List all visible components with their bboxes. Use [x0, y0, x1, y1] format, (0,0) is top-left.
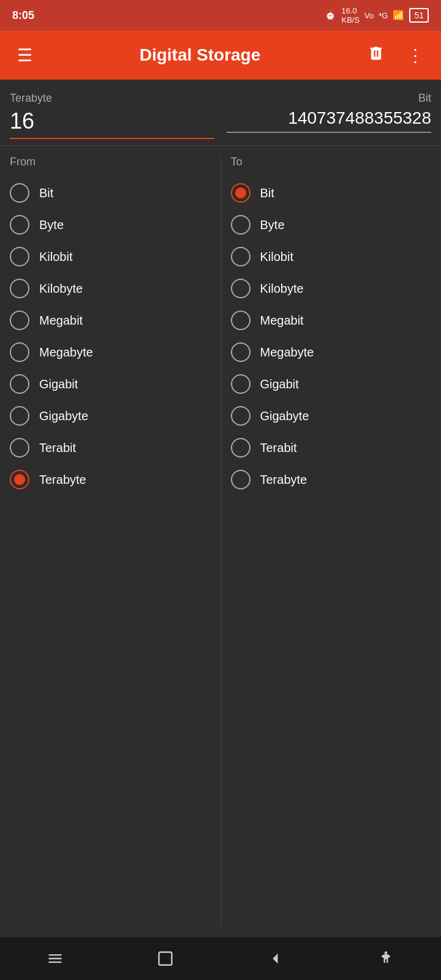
speed-indicator: 16.0KB/S	[341, 6, 360, 24]
network-vo-icon: Vo	[364, 11, 374, 20]
radio-label-gigabit: Gigabit	[260, 377, 299, 391]
app-bar: ☰ Digital Storage ⋮	[0, 31, 441, 80]
nav-bar	[0, 937, 441, 980]
radio-label-bit: Bit	[39, 186, 53, 200]
radio-label-kilobyte: Kilobyte	[39, 282, 83, 296]
radio-label-kilobit: Kilobit	[39, 250, 72, 264]
to-radio-group: BitByteKilobitKilobyteMegabitMegabyteGig…	[231, 177, 432, 496]
radio-item[interactable]: Kilobit	[10, 241, 211, 273]
status-bar: 8:05 ⏰ 16.0KB/S Vo ⁴G 📶 51	[0, 0, 441, 31]
to-value-input	[227, 108, 431, 133]
alarm-icon: ⏰	[325, 10, 336, 21]
from-unit-label: Terabyte	[10, 92, 214, 105]
radio-circle-kilobit	[231, 247, 251, 266]
nav-back-icon[interactable]	[257, 940, 294, 977]
radio-label-terabit: Terabit	[39, 441, 76, 455]
network-4g-icon: ⁴G	[379, 11, 388, 20]
radio-circle-terabit	[10, 438, 29, 458]
converter-section: Terabyte Bit	[0, 80, 441, 146]
battery-icon: 51	[409, 8, 429, 23]
radio-item[interactable]: Gigabit	[231, 368, 432, 400]
radio-circle-byte	[231, 215, 251, 235]
radio-item[interactable]: Kilobit	[231, 241, 432, 273]
from-input-col: Terabyte	[10, 92, 214, 139]
radio-circle-kilobit	[10, 247, 29, 266]
nav-accessibility-icon[interactable]	[368, 940, 404, 977]
radio-circle-kilobyte	[231, 279, 251, 298]
radio-label-terabyte: Terabyte	[260, 473, 307, 487]
radio-label-megabit: Megabit	[260, 314, 304, 328]
radio-label-terabit: Terabit	[260, 441, 297, 455]
to-col: To BitByteKilobitKilobyteMegabitMegabyte…	[221, 146, 442, 937]
app-title: Digital Storage	[50, 45, 350, 65]
from-radio-group: BitByteKilobitKilobyteMegabitMegabyteGig…	[10, 177, 211, 496]
from-to-section: From BitByteKilobitKilobyteMegabitMegaby…	[0, 146, 441, 937]
radio-label-gigabit: Gigabit	[39, 377, 78, 391]
radio-item[interactable]: Megabyte	[10, 336, 211, 368]
menu-icon[interactable]: ☰	[12, 40, 37, 70]
radio-label-terabyte: Terabyte	[39, 473, 86, 487]
status-time: 8:05	[12, 9, 34, 22]
to-label: To	[231, 156, 432, 168]
radio-label-megabyte: Megabyte	[39, 345, 93, 360]
svg-point-1	[385, 951, 388, 954]
radio-label-bit: Bit	[260, 186, 274, 200]
radio-label-megabyte: Megabyte	[260, 345, 314, 360]
radio-label-kilobit: Kilobit	[260, 250, 293, 264]
radio-circle-terabit	[231, 438, 251, 458]
radio-circle-megabit	[231, 311, 251, 330]
radio-circle-gigabyte	[231, 406, 251, 426]
more-icon[interactable]: ⋮	[402, 40, 429, 70]
radio-circle-bit	[10, 183, 29, 203]
delete-icon[interactable]	[363, 40, 390, 71]
from-value-input[interactable]	[10, 108, 214, 139]
radio-label-gigabyte: Gigabyte	[260, 409, 309, 423]
radio-circle-terabyte	[231, 470, 251, 489]
radio-item[interactable]: Megabit	[10, 304, 211, 336]
radio-item[interactable]: Terabit	[10, 432, 211, 464]
radio-item[interactable]: Gigabit	[10, 368, 211, 400]
radio-circle-gigabyte	[10, 406, 29, 426]
radio-circle-megabyte	[231, 342, 251, 362]
svg-rect-0	[159, 952, 172, 965]
from-col: From BitByteKilobitKilobyteMegabitMegaby…	[0, 146, 221, 937]
radio-item[interactable]: Bit	[231, 177, 432, 209]
radio-label-megabit: Megabit	[39, 314, 83, 328]
radio-circle-gigabit	[231, 374, 251, 394]
radio-item[interactable]: Megabit	[231, 304, 432, 336]
radio-item[interactable]: Byte	[10, 209, 211, 241]
radio-circle-byte	[10, 215, 29, 235]
to-input-col: Bit	[227, 92, 431, 139]
radio-label-byte: Byte	[260, 218, 285, 232]
radio-item[interactable]: Byte	[231, 209, 432, 241]
radio-item[interactable]: Megabyte	[231, 336, 432, 368]
radio-item[interactable]: Kilobyte	[231, 273, 432, 304]
to-unit-label: Bit	[227, 92, 431, 105]
nav-home-icon[interactable]	[147, 940, 184, 977]
radio-circle-terabyte	[10, 470, 29, 489]
radio-item[interactable]: Kilobyte	[10, 273, 211, 304]
radio-item[interactable]: Terabyte	[231, 464, 432, 496]
radio-circle-gigabit	[10, 374, 29, 394]
radio-label-kilobyte: Kilobyte	[260, 282, 304, 296]
radio-item[interactable]: Bit	[10, 177, 211, 209]
signal-icon: 📶	[393, 10, 404, 21]
radio-item[interactable]: Terabit	[231, 432, 432, 464]
from-label: From	[10, 156, 211, 168]
radio-label-byte: Byte	[39, 218, 64, 232]
radio-circle-megabit	[10, 311, 29, 330]
status-icons: ⏰ 16.0KB/S Vo ⁴G 📶 51	[325, 6, 429, 24]
radio-item[interactable]: Gigabyte	[231, 400, 432, 432]
nav-menu-icon[interactable]	[37, 940, 74, 977]
radio-item[interactable]: Terabyte	[10, 464, 211, 496]
radio-circle-bit	[231, 183, 251, 203]
radio-label-gigabyte: Gigabyte	[39, 409, 88, 423]
radio-item[interactable]: Gigabyte	[10, 400, 211, 432]
radio-circle-kilobyte	[10, 279, 29, 298]
radio-circle-megabyte	[10, 342, 29, 362]
